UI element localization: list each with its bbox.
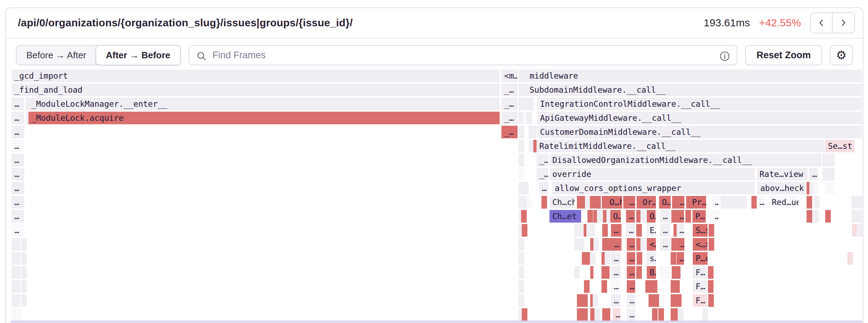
flame-frame[interactable]: … xyxy=(627,238,635,251)
flame-frame[interactable] xyxy=(593,294,598,307)
flame-frame[interactable]: … xyxy=(627,266,635,279)
flame-frame[interactable]: … xyxy=(12,182,24,195)
flame-frame[interactable] xyxy=(636,224,642,237)
flame-frame[interactable]: … xyxy=(677,252,684,265)
flame-frame[interactable]: Rate…view xyxy=(757,168,808,180)
flame-frame[interactable]: Ch…et xyxy=(550,210,581,223)
flame-frame[interactable]: … xyxy=(757,196,766,209)
flame-frame[interactable]: … xyxy=(627,196,635,209)
flame-frame[interactable] xyxy=(527,196,532,209)
flame-frame[interactable] xyxy=(847,252,853,265)
flame-frame[interactable] xyxy=(579,238,584,251)
flame-frame[interactable]: … xyxy=(539,182,548,195)
flame-frame[interactable] xyxy=(519,154,524,166)
flame-frame[interactable] xyxy=(658,308,664,321)
flame-frame[interactable] xyxy=(678,308,683,321)
flame-frame[interactable] xyxy=(652,308,658,321)
search-input[interactable] xyxy=(189,46,737,65)
flame-frame[interactable] xyxy=(708,266,714,279)
reset-zoom-button[interactable]: Reset Zoom xyxy=(745,45,822,65)
flame-frame[interactable]: … xyxy=(677,224,684,237)
flame-frame[interactable] xyxy=(522,224,527,237)
flame-frame[interactable] xyxy=(12,266,20,279)
flame-frame[interactable]: O… xyxy=(647,210,656,223)
flame-frame[interactable] xyxy=(702,308,708,321)
flame-frame[interactable] xyxy=(593,266,599,279)
flame-frame[interactable]: _… xyxy=(501,126,518,138)
flame-frame[interactable] xyxy=(857,196,862,209)
flame-frame[interactable] xyxy=(652,294,659,307)
flame-frame[interactable] xyxy=(21,266,27,279)
next-sample-button[interactable] xyxy=(833,13,854,33)
flame-frame[interactable] xyxy=(594,308,600,321)
flame-frame[interactable]: … xyxy=(712,196,719,209)
flame-frame[interactable]: … xyxy=(677,210,684,223)
flame-frame[interactable] xyxy=(577,308,583,321)
flame-frame[interactable] xyxy=(519,294,524,307)
flame-frame[interactable]: DisallowedOrganizationMiddleware.__call_… xyxy=(550,154,822,166)
flame-frame[interactable]: _… xyxy=(537,154,548,166)
flame-frame[interactable]: SubdomainMiddleware.__call__ xyxy=(527,84,862,96)
settings-button[interactable]: ⚙ xyxy=(830,45,853,65)
flame-frame[interactable] xyxy=(587,210,593,223)
flame-frame[interactable]: O… xyxy=(610,210,621,223)
flame-frame[interactable] xyxy=(593,238,599,251)
flame-frame[interactable] xyxy=(825,154,835,166)
flame-frame[interactable] xyxy=(601,280,607,293)
flame-frame[interactable] xyxy=(825,182,835,195)
flame-frame[interactable]: Red…ue xyxy=(769,196,798,209)
flame-frame[interactable] xyxy=(541,196,547,209)
flame-frame[interactable] xyxy=(857,210,862,223)
flame-frame[interactable] xyxy=(708,294,714,307)
flame-frame[interactable] xyxy=(21,252,27,265)
flame-frame[interactable]: … xyxy=(12,140,24,152)
flame-frame[interactable] xyxy=(574,266,580,279)
flame-frame[interactable] xyxy=(814,196,820,209)
flame-frame[interactable]: … xyxy=(12,196,24,209)
flame-frame[interactable] xyxy=(652,280,657,293)
flame-frame[interactable] xyxy=(671,294,676,307)
flame-frame[interactable] xyxy=(637,252,642,265)
flame-frame[interactable]: <m…> xyxy=(501,70,518,82)
flame-frame[interactable]: … xyxy=(12,224,24,237)
flame-frame[interactable]: Or…h xyxy=(640,196,656,209)
flame-frame[interactable] xyxy=(21,294,27,307)
flame-frame[interactable]: _ModuleLockManager.__enter__ xyxy=(28,98,500,110)
flame-frame[interactable] xyxy=(813,182,819,195)
flame-frame[interactable] xyxy=(528,98,533,110)
toggle-after-before[interactable]: After → Before xyxy=(96,45,181,65)
flame-frame[interactable] xyxy=(605,252,610,265)
flame-frame[interactable]: RatelimitMiddleware.__call__ xyxy=(537,140,824,152)
flame-frame[interactable]: … xyxy=(627,308,635,321)
flame-frame[interactable]: Se…st xyxy=(825,140,854,152)
flame-frame[interactable]: … xyxy=(12,168,24,180)
flame-frame[interactable] xyxy=(685,210,691,223)
flame-frame[interactable] xyxy=(671,210,677,223)
flame-frame[interactable]: middleware xyxy=(527,70,862,82)
flame-frame[interactable]: P…e xyxy=(693,252,708,265)
flame-frame[interactable] xyxy=(640,210,646,223)
flame-frame[interactable] xyxy=(589,224,595,237)
flame-frame[interactable] xyxy=(751,196,757,209)
flame-frame[interactable] xyxy=(676,294,682,307)
flame-frame[interactable] xyxy=(578,224,583,237)
flame-frame[interactable]: B… xyxy=(647,266,656,279)
flame-frame[interactable] xyxy=(519,252,524,265)
flame-frame[interactable] xyxy=(825,210,831,223)
flame-frame[interactable] xyxy=(519,126,524,138)
flame-frame[interactable] xyxy=(671,252,676,265)
flame-frame[interactable]: F… xyxy=(693,280,707,293)
flame-frame[interactable] xyxy=(807,210,812,223)
flame-frame[interactable] xyxy=(851,210,857,223)
flame-frame[interactable] xyxy=(582,252,587,265)
flame-frame[interactable] xyxy=(12,280,20,293)
flame-frame[interactable] xyxy=(21,280,27,293)
flame-frame[interactable] xyxy=(584,280,590,293)
flame-frame[interactable] xyxy=(675,266,680,279)
flame-frame[interactable] xyxy=(577,294,583,307)
flame-frame[interactable]: abov…heck xyxy=(757,182,806,195)
flame-frame[interactable] xyxy=(812,210,819,223)
flame-frame[interactable] xyxy=(523,182,529,195)
toggle-before-after[interactable]: Before → After xyxy=(17,46,96,65)
flame-frame[interactable]: Pr…h xyxy=(689,196,706,209)
